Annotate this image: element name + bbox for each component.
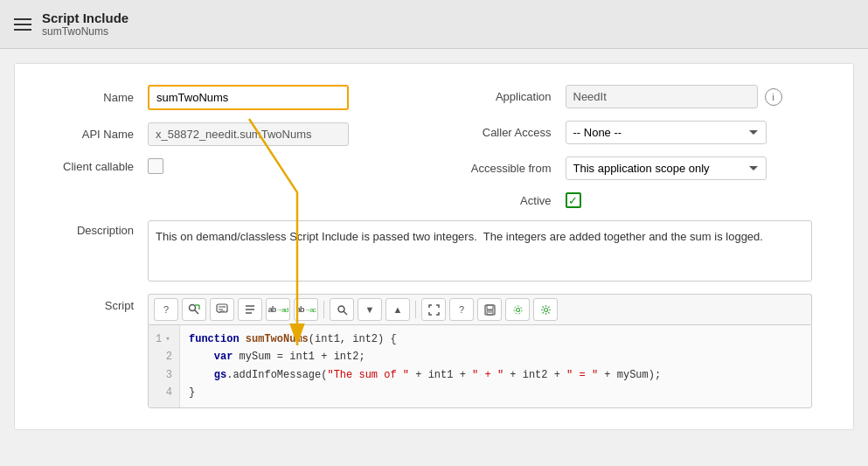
svg-line-9 [344,311,347,315]
toolbar-help-btn[interactable]: ? [154,298,178,321]
toolbar-help2-btn[interactable]: ? [449,298,474,321]
right-section: Application NeedIt i Caller Access -- No… [417,85,826,220]
code-content[interactable]: function sumTwoNums(int1, int2) { var my… [180,325,670,407]
script-row: Script ? [43,294,825,408]
hamburger-icon[interactable] [14,18,31,31]
toolbar-search-btn[interactable] [330,298,354,321]
script-container: ? ab→ad [148,294,812,408]
toolbar-sep1 [323,301,324,318]
client-callable-row: Client callable [43,158,417,174]
toolbar-settings2-btn[interactable] [533,298,558,321]
toolbar-up-btn[interactable]: ▲ [385,298,410,321]
toolbar-sep2 [415,301,416,318]
toolbar-find1-btn[interactable]: ab→ad [266,298,290,321]
accessible-from-row: Accessible from This application scope o… [452,156,826,180]
name-row: Name [43,85,417,110]
api-name-value: x_58872_needit.sumTwoNums [148,122,349,146]
caller-access-row: Caller Access -- None -- Caller Tracking… [452,121,826,144]
main-content: Name API Name x_58872_needit.sumTwoNums … [14,63,854,430]
svg-point-16 [544,308,547,311]
toolbar-comment-btn[interactable] [210,298,234,321]
active-row: Active ✓ [452,192,826,208]
svg-point-8 [338,306,344,312]
toolbar-save-btn[interactable] [477,298,502,321]
svg-point-15 [514,306,522,314]
svg-rect-11 [487,305,493,310]
caller-access-select[interactable]: -- None -- Caller Tracking Not Accessibl… [566,121,767,144]
application-value: NeedIt [566,85,758,108]
toolbar-format-btn[interactable] [238,298,262,321]
active-label: Active [452,194,566,207]
application-label: Application [452,90,566,103]
accessible-from-label: Accessible from [452,162,566,175]
name-label: Name [43,91,148,104]
client-callable-checkbox[interactable] [148,158,163,174]
svg-point-0 [190,305,196,311]
application-row: Application NeedIt i [452,85,826,108]
script-toolbar: ? ab→ad [148,294,812,324]
script-label: Script [43,294,148,312]
description-label: Description [43,220,148,237]
header-subtitle: sumTwoNums [42,25,128,38]
toolbar-fullscreen-btn[interactable] [421,298,446,321]
svg-point-14 [516,308,519,311]
app-header: Script Include sumTwoNums [0,0,868,49]
toolbar-find2-btn[interactable]: ab→ac [294,298,318,321]
active-checkbox[interactable]: ✓ [566,192,581,208]
api-name-row: API Name x_58872_needit.sumTwoNums [43,122,417,146]
toolbar-search-replace-btn[interactable] [182,298,206,321]
name-input[interactable] [148,85,349,110]
client-callable-label: Client callable [43,160,148,173]
description-textarea[interactable]: This on demand/classless Script Include … [148,220,812,282]
accessible-from-wrapper: This application scope only All applicat… [566,156,767,180]
description-row: Description This on demand/classless Scr… [43,220,825,282]
caller-access-label: Caller Access [452,126,566,139]
header-title: Script Include [42,10,128,25]
left-section: Name API Name x_58872_needit.sumTwoNums … [43,85,417,220]
line-numbers: 1▾ 2 3 4 [149,325,180,407]
toolbar-settings1-btn[interactable] [505,298,530,321]
svg-line-1 [195,310,199,315]
script-editor[interactable]: 1▾ 2 3 4 function sumTwoNums(int1, int2)… [148,324,812,408]
info-icon[interactable]: i [765,88,782,106]
caller-access-wrapper: -- None -- Caller Tracking Not Accessibl… [566,121,767,144]
api-name-label: API Name [43,128,148,141]
header-title-block: Script Include sumTwoNums [42,10,128,38]
accessible-from-select[interactable]: This application scope only All applicat… [566,156,767,180]
toolbar-down-btn[interactable]: ▼ [358,298,382,321]
